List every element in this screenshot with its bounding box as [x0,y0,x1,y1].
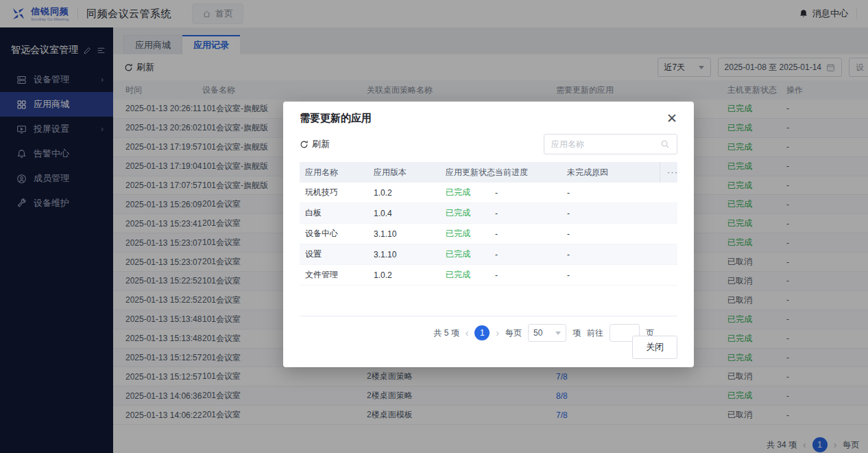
status-badge: 已完成 [446,248,495,260]
column-header: 应用名称 [305,167,374,178]
close-dialog-button[interactable]: 关闭 [632,336,677,359]
cell-reason: - [567,209,660,218]
column-header: 应用版本 [374,167,446,178]
cell-progress: - [495,250,567,259]
cell-progress: - [495,209,567,218]
per-page-value: 50 [533,328,542,338]
cell-app-name: 设置 [305,248,374,260]
per-page-label: 每页 [505,327,522,339]
cell-reason: - [567,250,660,259]
dialog-table-header: 应用名称应用版本应用更新状态当前进度未完成原因··· [300,162,677,183]
apps-to-update-dialog: 需要更新的应用 ✕ 刷新 应用名称应用版本应用更新状态当前进度未完成原因··· … [283,102,694,367]
status-badge: 已完成 [446,187,495,198]
dialog-toolbar: 刷新 [283,125,694,154]
cell-app-version: 1.0.2 [374,188,446,198]
cell-reason: - [567,270,660,280]
column-header: 应用更新状态 [446,167,495,178]
cell-app-name: 白板 [305,207,374,219]
column-header: 当前进度 [495,167,567,178]
cell-progress: - [495,229,567,239]
cell-app-version: 1.0.2 [374,270,446,280]
cell-progress: - [495,188,567,198]
next-page-icon[interactable]: › [496,327,499,338]
dialog-table-body: 玩机技巧1.0.2已完成--白板1.0.4已完成--设备中心3.1.10已完成-… [300,183,677,286]
dialog-table: 应用名称应用版本应用更新状态当前进度未完成原因··· 玩机技巧1.0.2已完成-… [300,162,677,286]
cell-app-version: 3.1.10 [374,229,446,239]
dialog-header: 需要更新的应用 ✕ [283,102,694,125]
cell-reason: - [567,229,660,239]
cell-app-name: 玩机技巧 [305,187,374,198]
cell-app-name: 设备中心 [305,228,374,240]
dialog-pagination: 共 5 项 ‹ 1 › 每页 50 项 前往 页 [300,316,677,342]
status-badge: 已完成 [446,269,495,281]
cell-reason: - [567,188,660,198]
goto-label: 前往 [587,327,603,339]
cell-app-name: 文件管理 [305,269,374,281]
column-settings-icon[interactable]: ··· [660,162,678,183]
app-name-search[interactable] [544,134,677,154]
dialog-table-row: 白板1.0.4已完成-- [300,203,677,224]
dialog-refresh-label: 刷新 [312,138,330,150]
column-header: 未完成原因 [567,167,660,178]
per-page-unit: 项 [572,327,581,339]
refresh-icon [300,140,309,149]
dialog-refresh-button[interactable]: 刷新 [300,138,330,150]
status-badge: 已完成 [446,228,495,240]
cell-app-version: 3.1.10 [374,250,446,259]
dialog-table-row: 设置3.1.10已完成-- [300,244,677,265]
cell-app-version: 1.0.4 [374,209,446,218]
status-badge: 已完成 [446,207,495,219]
cell-progress: - [495,270,567,280]
per-page-select[interactable]: 50 [528,324,566,342]
dialog-table-row: 玩机技巧1.0.2已完成-- [300,183,677,203]
page-number[interactable]: 1 [474,325,490,340]
close-icon[interactable]: ✕ [666,112,677,125]
dialog-table-row: 文件管理1.0.2已完成-- [300,265,677,286]
prev-page-icon[interactable]: ‹ [466,327,469,338]
app-name-search-input[interactable] [551,139,656,149]
dialog-table-row: 设备中心3.1.10已完成-- [300,224,677,244]
search-icon [660,139,670,149]
dialog-title: 需要更新的应用 [300,112,372,125]
chevron-down-icon [555,332,561,335]
total-count: 共 5 项 [433,327,459,339]
